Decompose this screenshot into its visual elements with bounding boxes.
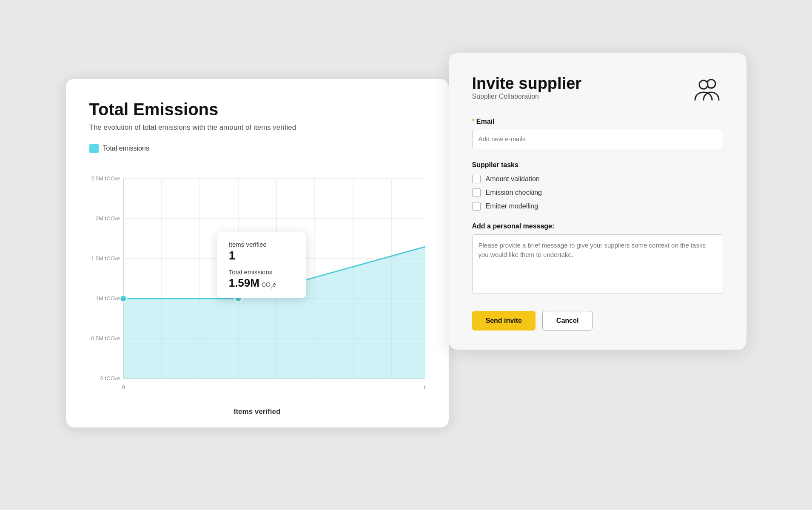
cancel-button[interactable]: Cancel — [542, 311, 593, 331]
message-section: Add a personal message: — [472, 222, 723, 296]
email-label: * Email — [472, 118, 723, 125]
svg-point-17 — [120, 295, 127, 302]
task-label-emission: Emission checking — [486, 189, 542, 197]
message-label: Add a personal message: — [472, 222, 723, 230]
email-section: * Email — [472, 118, 723, 149]
tasks-label: Supplier tasks — [472, 161, 723, 169]
task-label-emitter: Emitter modelling — [486, 202, 538, 210]
tooltip-emissions-label: Total emissions — [229, 268, 294, 276]
svg-text:2M tCO₂e: 2M tCO₂e — [95, 215, 120, 222]
task-item-emitter-modelling: Emitter modelling — [472, 202, 723, 211]
invite-header: Invite supplier Supplier Collaboration — [472, 74, 723, 115]
send-invite-button[interactable]: Send invite — [472, 311, 536, 331]
chart-legend: Total emissions — [89, 144, 425, 153]
svg-text:1M tCO₂e: 1M tCO₂e — [95, 295, 120, 302]
svg-text:0 tCO₂e: 0 tCO₂e — [100, 375, 120, 382]
invite-title: Invite supplier — [472, 74, 582, 93]
invite-subtitle: Supplier Collaboration — [472, 93, 582, 100]
task-item-emission-checking: Emission checking — [472, 188, 723, 197]
svg-text:2.5M tCO₂e: 2.5M tCO₂e — [91, 175, 120, 182]
tooltip-items-label: Items verified — [229, 241, 294, 248]
message-textarea[interactable] — [472, 234, 723, 294]
tasks-section: Supplier tasks Amount validation Emissio… — [472, 161, 723, 211]
button-row: Send invite Cancel — [472, 311, 723, 331]
tooltip-emissions-value: 1.59M CO2e — [229, 276, 294, 290]
email-input[interactable] — [472, 129, 723, 149]
task-checkbox-emission[interactable] — [472, 188, 481, 197]
task-label-amount: Amount validation — [486, 175, 540, 183]
svg-text:0.5M tCO₂e: 0.5M tCO₂e — [91, 335, 120, 342]
chart-subtitle: The evolution of total emissions with th… — [89, 123, 425, 132]
svg-text:0: 0 — [122, 384, 125, 390]
svg-point-28 — [699, 80, 708, 89]
tooltip-items-value: 1 — [229, 249, 294, 262]
tooltip-emissions-unit: CO2e — [262, 281, 276, 289]
x-axis-label: Items verified — [89, 407, 425, 416]
task-checkbox-emitter[interactable] — [472, 202, 481, 211]
svg-text:1.5M tCO₂e: 1.5M tCO₂e — [91, 255, 120, 262]
invite-title-block: Invite supplier Supplier Collaboration — [472, 74, 582, 115]
users-icon — [693, 77, 723, 103]
chart-card: Total Emissions The evolution of total e… — [66, 79, 449, 427]
legend-label: Total emissions — [103, 145, 149, 152]
task-checkbox-amount[interactable] — [472, 175, 481, 183]
chart-area: 2.5M tCO₂e 2M tCO₂e 1.5M tCO₂e 1M tCO₂e … — [89, 166, 425, 404]
invite-card: Invite supplier Supplier Collaboration *… — [449, 53, 746, 350]
chart-title: Total Emissions — [89, 100, 425, 119]
chart-tooltip: Items verified 1 Total emissions 1.59M C… — [217, 232, 306, 298]
task-item-amount-validation: Amount validation — [472, 175, 723, 183]
legend-color-swatch — [89, 144, 99, 153]
required-star: * — [472, 118, 475, 125]
svg-text:8: 8 — [424, 384, 425, 390]
